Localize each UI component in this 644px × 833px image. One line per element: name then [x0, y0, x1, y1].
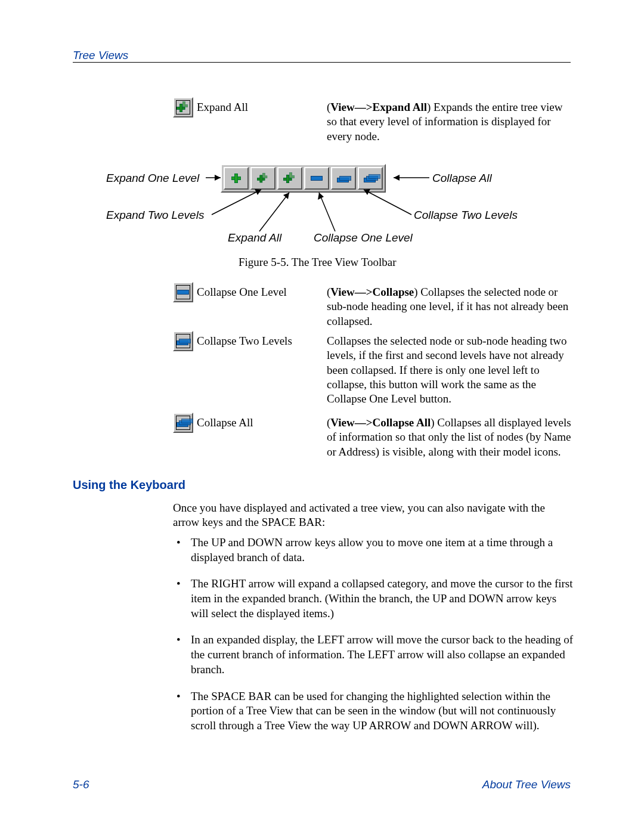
svg-marker-1 [215, 175, 221, 181]
bullet-item: The RIGHT arrow will expand a collapsed … [173, 577, 575, 621]
svg-line-4 [212, 190, 261, 215]
keyboard-bullets: The UP and DOWN arrow keys allow you to … [173, 535, 575, 745]
svg-marker-9 [283, 193, 289, 199]
footer-section: About Tree Views [482, 778, 571, 791]
bullet-item: The SPACE BAR can be used for changing t… [173, 689, 575, 733]
svg-marker-11 [318, 193, 324, 200]
bullet-item: The UP and DOWN arrow keys allow you to … [173, 535, 575, 565]
collapse-one-icon [173, 282, 193, 302]
keyboard-intro: Once you have displayed and activated a … [173, 501, 572, 530]
page: Tree Views Expand All (View—>Expand All)… [0, 0, 644, 833]
section-heading-keyboard: Using the Keyboard [73, 478, 185, 492]
collapse-two-icon [173, 331, 193, 351]
collapse-all-desc: (View—>Collapse All) Collapses all displ… [327, 416, 574, 459]
svg-line-10 [319, 193, 335, 231]
collapse-two-label: Collapse Two Levels [197, 334, 292, 348]
bullet-item: In an expanded display, the LEFT arrow w… [173, 633, 575, 677]
callout-arrows [0, 0, 644, 298]
collapse-all-icon [173, 413, 193, 433]
figure-caption: Figure 5-5. The Tree View Toolbar [239, 255, 397, 270]
collapse-all-label: Collapse All [197, 416, 253, 430]
collapse-one-desc: (View—>Collapse) Collapses the selected … [327, 285, 574, 329]
page-number: 5-6 [73, 778, 89, 791]
collapse-one-label: Collapse One Level [197, 285, 287, 299]
svg-line-8 [259, 193, 289, 231]
svg-marker-7 [364, 189, 370, 195]
svg-line-6 [364, 190, 411, 215]
collapse-two-desc: Collapses the selected node or sub-node … [327, 334, 574, 407]
svg-marker-3 [394, 175, 400, 181]
